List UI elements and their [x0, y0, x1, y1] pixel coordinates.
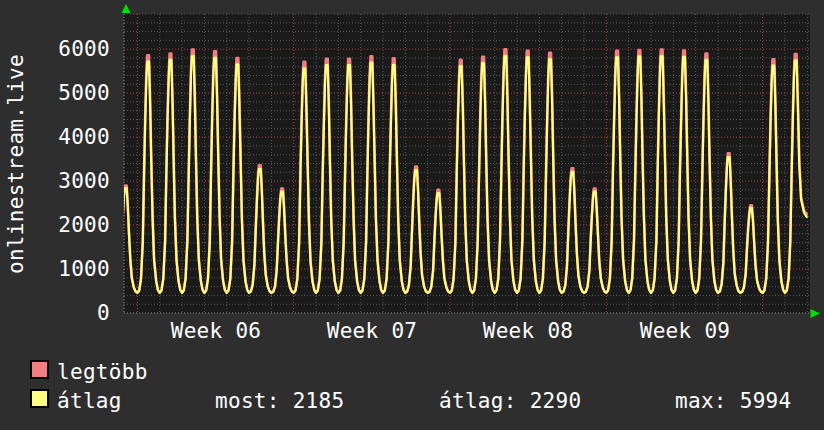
stat-max-label: max: — [675, 389, 727, 413]
stat-atlag: átlag: 2290 — [439, 390, 581, 412]
x-tick-label: Week 09 — [640, 320, 731, 342]
x-tick-label: Week 07 — [327, 320, 418, 342]
y-axis-arrow-icon — [122, 4, 131, 13]
stat-most-label: most: — [215, 389, 280, 413]
stat-max: max: 5994 — [675, 390, 792, 412]
y-tick-label: 6000 — [0, 38, 110, 60]
y-tick-label: 5000 — [0, 82, 110, 104]
y-tick-label: 0 — [0, 302, 110, 324]
y-tick-label: 1000 — [0, 258, 110, 280]
rrd-graph: onlinestream.live 0100020003000400050006… — [0, 0, 824, 430]
legend-swatch-atlag — [30, 389, 49, 408]
y-tick-label: 2000 — [0, 214, 110, 236]
stat-atlag-value: 2290 — [530, 389, 582, 413]
stat-max-value: 5994 — [740, 389, 792, 413]
y-tick-label: 4000 — [0, 126, 110, 148]
stat-most-value: 2185 — [293, 389, 345, 413]
legend-label-legtobb: legtöbb — [57, 361, 148, 383]
legend-label-atlag: átlag — [57, 390, 122, 412]
stat-most: most: 2185 — [215, 390, 344, 412]
y-tick-label: 3000 — [0, 170, 110, 192]
legend-swatch-legtobb — [30, 360, 49, 379]
stat-atlag-label: átlag: — [439, 389, 517, 413]
x-tick-label: Week 06 — [171, 320, 262, 342]
x-tick-label: Week 08 — [483, 320, 574, 342]
x-axis-arrow-icon — [811, 309, 821, 318]
